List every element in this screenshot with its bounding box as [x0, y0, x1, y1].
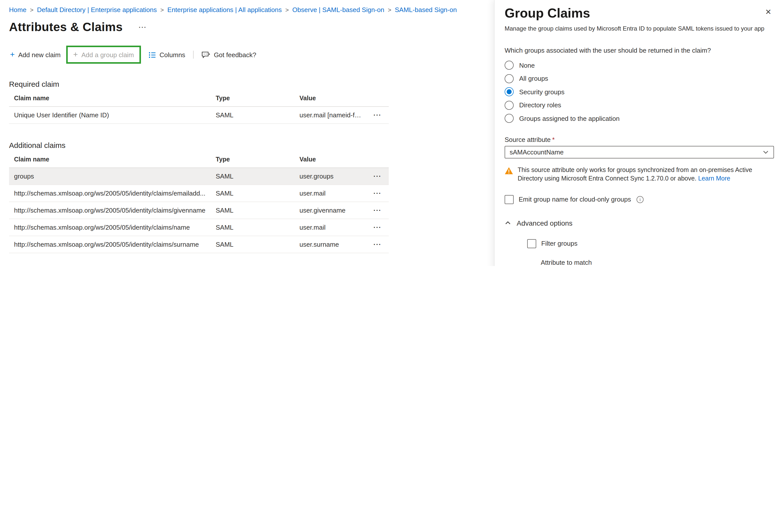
radio-option-none[interactable]: None	[505, 59, 774, 72]
column-header: Claim name	[9, 90, 211, 107]
radio-icon	[505, 74, 514, 83]
claim-type-cell: SAML	[211, 185, 294, 202]
breadcrumb: Home > Default Directory | Enterprise ap…	[9, 6, 494, 13]
panel-title: Group Claims	[505, 5, 774, 21]
info-icon[interactable]: i	[637, 196, 643, 203]
claim-name-cell: Unique User Identifier (Name ID)	[9, 107, 211, 123]
row-actions-button[interactable]: ···	[365, 107, 389, 123]
radio-label: Directory roles	[519, 102, 561, 109]
source-attribute-dropdown[interactable]: sAMAccountName	[505, 146, 774, 158]
claim-value-cell: user.mail	[294, 185, 365, 202]
claim-value-cell: user.groups	[294, 168, 365, 185]
claim-type-cell: SAML	[211, 107, 294, 123]
chevron-down-icon	[763, 149, 769, 155]
radio-option-directory-roles[interactable]: Directory roles	[505, 99, 774, 112]
main-content: Home > Default Directory | Enterprise ap…	[0, 0, 494, 266]
row-actions-button[interactable]: ···	[365, 202, 389, 219]
filter-groups-label: Filter groups	[541, 240, 578, 247]
checkbox-unchecked-icon[interactable]	[527, 239, 536, 248]
advanced-options-toggle[interactable]: Advanced options	[505, 219, 774, 227]
toolbar-divider	[193, 51, 194, 59]
close-icon[interactable]: ✕	[765, 8, 772, 15]
claim-value-cell: user.givenname	[294, 202, 365, 219]
source-attribute-value: sAMAccountName	[509, 148, 564, 156]
columns-label: Columns	[159, 51, 185, 58]
breadcrumb-item-observe-saml[interactable]: Observe | SAML-based Sign-on	[292, 6, 385, 13]
column-header-actions	[365, 151, 389, 168]
column-header: Value	[294, 151, 365, 168]
required-asterisk: *	[552, 136, 555, 143]
table-row[interactable]: http://schemas.xmlsoap.org/ws/2005/05/id…	[9, 219, 389, 236]
plus-icon: +	[10, 51, 15, 59]
row-actions-button[interactable]: ···	[365, 168, 389, 185]
breadcrumb-separator: >	[285, 6, 289, 13]
breadcrumb-item-home[interactable]: Home	[9, 6, 26, 13]
radio-icon	[505, 114, 514, 123]
plus-icon: +	[73, 51, 78, 59]
annotation-highlight-group-claim-button: + Add a group claim	[66, 46, 141, 64]
claim-name-cell: http://schemas.xmlsoap.org/ws/2005/05/id…	[9, 202, 211, 219]
row-actions-button[interactable]: ···	[365, 219, 389, 236]
column-header: Value	[294, 90, 365, 107]
learn-more-link[interactable]: Learn More	[698, 175, 730, 182]
more-options-button[interactable]: ···	[139, 23, 147, 31]
group-claims-panel: ✕ Group Claims Manage the group claims u…	[494, 0, 780, 266]
table-header-row: Claim name Type Value	[9, 90, 389, 107]
row-actions-button[interactable]: ···	[365, 185, 389, 202]
claim-name-cell: http://schemas.xmlsoap.org/ws/2005/05/id…	[9, 185, 211, 202]
claim-type-cell: SAML	[211, 202, 294, 219]
attribute-to-match-label: Attribute to match	[541, 259, 774, 266]
filter-groups-checkbox-row[interactable]: Filter groups	[527, 239, 774, 248]
radio-selected-icon	[505, 88, 514, 97]
warning-message: This source attribute only works for gro…	[505, 166, 774, 183]
feedback-button[interactable]: Got feedback?	[201, 49, 257, 60]
warning-icon	[505, 167, 513, 183]
radio-option-groups-assigned[interactable]: Groups assigned to the application	[505, 112, 774, 125]
advanced-options-label: Advanced options	[517, 219, 573, 227]
additional-claims-heading: Additional claims	[9, 141, 494, 149]
columns-button[interactable]: Columns	[147, 49, 186, 60]
radio-label: All groups	[519, 75, 548, 83]
table-row[interactable]: http://schemas.xmlsoap.org/ws/2005/05/id…	[9, 185, 389, 202]
panel-body: Group Claims Manage the group claims use…	[495, 0, 780, 266]
table-row[interactable]: Unique User Identifier (Name ID) SAML us…	[9, 107, 389, 123]
warning-text: This source attribute only works for gro…	[518, 166, 772, 183]
emit-cloud-only-label: Emit group name for cloud-only groups	[519, 196, 631, 203]
table-row-groups[interactable]: groups SAML user.groups ···	[9, 168, 389, 185]
breadcrumb-item-saml-signon[interactable]: SAML-based Sign-on	[395, 6, 457, 13]
checkbox-unchecked-icon[interactable]	[505, 195, 514, 204]
row-actions-button[interactable]: ···	[365, 236, 389, 253]
required-claim-heading: Required claim	[9, 80, 494, 88]
breadcrumb-item-all-applications[interactable]: Enterprise applications | All applicatio…	[167, 6, 282, 13]
table-header-row: Claim name Type Value	[9, 151, 389, 168]
column-header: Type	[211, 90, 294, 107]
claim-value-cell: user.mail	[294, 219, 365, 236]
radio-option-security-groups[interactable]: Security groups	[505, 85, 774, 99]
table-row[interactable]: http://schemas.xmlsoap.org/ws/2005/05/id…	[9, 202, 389, 219]
breadcrumb-separator: >	[388, 6, 391, 13]
radio-label: Groups assigned to the application	[519, 115, 620, 122]
feedback-icon	[202, 51, 210, 58]
breadcrumb-item-directory[interactable]: Default Directory | Enterprise applicati…	[37, 6, 157, 13]
claim-name-cell: groups	[9, 168, 211, 185]
page-title: Attributes & Claims	[9, 20, 123, 34]
claim-type-cell: SAML	[211, 219, 294, 236]
chevron-up-icon	[505, 220, 511, 226]
claim-name-cell: http://schemas.xmlsoap.org/ws/2005/05/id…	[9, 236, 211, 253]
radio-label: None	[519, 62, 535, 69]
add-new-claim-button[interactable]: + Add new claim	[9, 49, 62, 61]
add-group-claim-button[interactable]: + Add a group claim	[72, 49, 135, 61]
radio-option-all-groups[interactable]: All groups	[505, 72, 774, 85]
columns-icon	[148, 51, 156, 58]
claim-name-cell: http://schemas.xmlsoap.org/ws/2005/05/id…	[9, 219, 211, 236]
breadcrumb-separator: >	[30, 6, 33, 13]
add-new-claim-label: Add new claim	[18, 51, 61, 58]
claim-value-cell: user.mail [nameid-forma...	[294, 107, 365, 123]
source-attribute-label: Source attribute*	[505, 136, 774, 143]
breadcrumb-separator: >	[160, 6, 164, 13]
radio-icon	[505, 61, 514, 70]
emit-cloud-only-checkbox-row[interactable]: Emit group name for cloud-only groups i	[505, 195, 774, 204]
table-row[interactable]: http://schemas.xmlsoap.org/ws/2005/05/id…	[9, 236, 389, 253]
required-claim-table: Claim name Type Value Unique User Identi…	[9, 90, 389, 124]
claim-type-cell: SAML	[211, 236, 294, 253]
